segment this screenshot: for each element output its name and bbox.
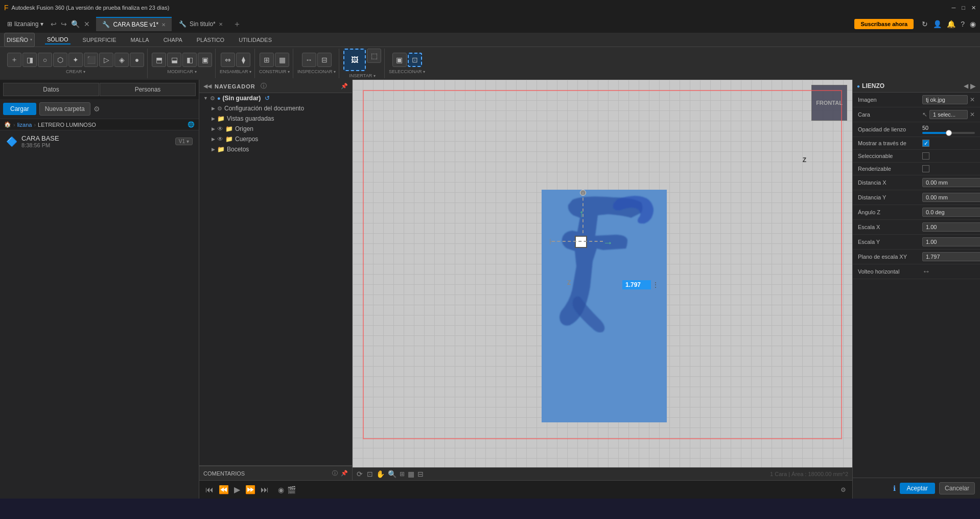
next-btn[interactable]: ⏩ — [245, 485, 255, 494]
panel-info-icon[interactable]: ℹ — [893, 484, 896, 492]
create-pattern-btn[interactable]: ▷ — [99, 53, 113, 67]
assemble-rigid-btn[interactable]: ⧫ — [236, 53, 250, 67]
prev-btn[interactable]: ⏪ — [219, 485, 229, 494]
timeline-key-icon[interactable]: ◉ — [278, 486, 284, 494]
modify-chamfer-btn[interactable]: ◧ — [182, 53, 197, 67]
plano-escala-input[interactable] — [922, 252, 980, 261]
distancia-x-input[interactable] — [922, 178, 980, 187]
create-rib-btn[interactable]: ⬛ — [84, 53, 98, 67]
opacidad-thumb[interactable] — [946, 130, 952, 136]
help-refresh-icon[interactable]: ↻ — [922, 20, 928, 28]
create-mirror-btn[interactable]: ◈ — [114, 53, 129, 67]
cara-value[interactable]: 1 selec... — [929, 110, 968, 119]
navigator-collapse-icon[interactable]: ◀◀ — [203, 83, 212, 89]
modify-shell-btn[interactable]: ▣ — [198, 53, 212, 67]
tab-close-btn-2[interactable]: ✕ — [219, 21, 223, 27]
dimension-menu-btn[interactable]: ⋮ — [652, 281, 659, 289]
sidebar-tab-datos[interactable]: Datos — [3, 83, 99, 96]
create-new-btn[interactable]: ＋ — [7, 53, 21, 67]
inspect-interference-btn[interactable]: ⊟ — [317, 53, 332, 67]
view-cube[interactable]: FRONTAL — [811, 85, 847, 121]
design-dropdown[interactable]: DISEÑO ▾ — [4, 33, 35, 47]
rewind-btn[interactable]: ⏮ — [205, 485, 214, 494]
construct-plane-btn[interactable]: ⊞ — [260, 53, 274, 67]
undo-button[interactable]: ↩ — [51, 20, 57, 28]
account-button[interactable]: ⊞ lizanaing ▾ — [4, 19, 46, 29]
timeline-film-icon[interactable]: 🎬 — [287, 486, 296, 494]
nav-sync-icon[interactable]: ↺ — [265, 95, 270, 102]
comments-info-icon[interactable]: ⓘ — [332, 469, 338, 477]
nav-item-bocetos[interactable]: ▶ 📁 Bocetos — [199, 144, 352, 154]
navigator-info-icon[interactable]: ⓘ — [261, 82, 267, 91]
cara-clear-btn[interactable]: ✕ — [970, 111, 975, 118]
breadcrumb-home-icon[interactable]: 🏠 — [4, 121, 11, 128]
ribbon-tab-solido[interactable]: SÓLIDO — [45, 35, 71, 44]
inspect-measure-btn[interactable]: ↔ — [302, 53, 316, 67]
cargar-button[interactable]: Cargar — [3, 103, 36, 115]
move-right-arrow[interactable]: → — [603, 237, 613, 249]
account-icon[interactable]: 👤 — [933, 20, 942, 28]
fit-btn[interactable]: ⊞ — [400, 470, 405, 478]
mostrar-checkbox[interactable]: ✓ — [922, 140, 929, 147]
ribbon-tab-chapa[interactable]: CHAPA — [161, 36, 184, 44]
maximize-btn[interactable]: □ — [962, 5, 965, 11]
move-up-arrow[interactable]: ↑ — [579, 208, 584, 219]
breadcrumb-lizana[interactable]: lizana — [17, 122, 32, 128]
close-search-button[interactable]: ✕ — [84, 20, 90, 28]
insert-canvas-btn[interactable]: 🖼 — [343, 49, 366, 71]
nav-eye-icon-3[interactable]: 👁 — [217, 125, 223, 132]
modify-press-btn[interactable]: ⬒ — [152, 53, 166, 67]
breadcrumb-globe-icon[interactable]: 🌐 — [188, 121, 195, 128]
cancelar-button[interactable]: Cancelar — [939, 482, 975, 494]
profile-icon[interactable]: ◉ — [970, 20, 976, 28]
move-center-handle[interactable] — [575, 236, 587, 248]
modify-fillet-btn[interactable]: ⬓ — [167, 53, 181, 67]
subscribe-button[interactable]: Suscríbase ahora — [854, 19, 914, 29]
search-button[interactable]: 🔍 — [71, 20, 80, 28]
tab-add-btn[interactable]: ＋ — [230, 19, 244, 30]
move-left-handle[interactable]: ⊢ — [549, 237, 556, 246]
nav-item-sin-guardar[interactable]: ▼ ⚙ ● (Sin guardar) ↺ — [199, 93, 352, 103]
escala-x-input[interactable] — [922, 222, 980, 232]
construct-axis-btn[interactable]: ▦ — [275, 53, 289, 67]
insert-decal-btn[interactable]: ⬚ — [367, 49, 381, 63]
redo-button[interactable]: ↪ — [61, 20, 67, 28]
ribbon-tab-superficie[interactable]: SUPERFICIE — [81, 36, 119, 44]
volteo-icon[interactable]: ↔ — [922, 267, 930, 276]
play-btn[interactable]: ▶ — [234, 485, 240, 494]
grid-btn[interactable]: ⊟ — [417, 470, 424, 478]
ribbon-tab-plastico[interactable]: PLÁSTICO — [195, 36, 226, 44]
create-loft-btn[interactable]: ✦ — [68, 53, 83, 67]
sidebar-tab-personas[interactable]: Personas — [100, 83, 196, 96]
nav-item-config-doc[interactable]: ▶ ⚙ Configuración del documento — [199, 103, 352, 114]
renderizable-checkbox[interactable] — [922, 165, 929, 172]
imagen-filename[interactable]: tj ok.jpg — [922, 95, 968, 104]
ribbon-tab-malla[interactable]: MALLA — [129, 36, 151, 44]
question-icon[interactable]: ? — [961, 20, 965, 28]
navigator-pin-icon[interactable]: 📌 — [341, 83, 348, 89]
tab-cara-base[interactable]: 🔧 CARA BASE v1* ✕ — [96, 17, 172, 31]
escala-y-input[interactable] — [922, 237, 980, 246]
notification-icon[interactable]: 🔔 — [947, 20, 955, 28]
select-filter-btn[interactable]: ⊡ — [408, 53, 422, 67]
playback-settings-icon[interactable]: ⚙ — [841, 486, 846, 493]
lienzo-collapse-left[interactable]: ◀ — [964, 82, 968, 89]
minimize-btn[interactable]: ─ — [952, 5, 956, 11]
tab-sin-titulo[interactable]: 🔧 Sin titulo* ✕ — [173, 17, 229, 31]
nav-item-cuerpos[interactable]: ▶ 👁 📁 Cuerpos — [199, 134, 352, 144]
orbit-btn[interactable]: ⟳ — [357, 470, 363, 478]
viewport[interactable]: FRONTAL Z — [353, 80, 852, 480]
select-mode-btn[interactable]: ▣ — [392, 53, 407, 67]
create-more-btn[interactable]: ● — [130, 53, 144, 67]
aceptar-button[interactable]: Aceptar — [900, 483, 935, 494]
imagen-clear-btn[interactable]: ✕ — [970, 96, 975, 103]
create-sweep-btn[interactable]: ⬡ — [53, 53, 67, 67]
close-window-btn[interactable]: ✕ — [971, 5, 976, 11]
zoom-btn[interactable]: 🔍 — [388, 470, 396, 478]
comments-pin-icon[interactable]: 📌 — [341, 470, 348, 477]
home-view-btn[interactable]: ⊡ — [367, 470, 373, 478]
seleccionable-checkbox[interactable] — [922, 152, 929, 160]
dimension-input[interactable] — [622, 280, 651, 289]
version-dropdown[interactable]: ▾ — [186, 139, 189, 144]
tab-close-btn[interactable]: ✕ — [161, 22, 166, 28]
